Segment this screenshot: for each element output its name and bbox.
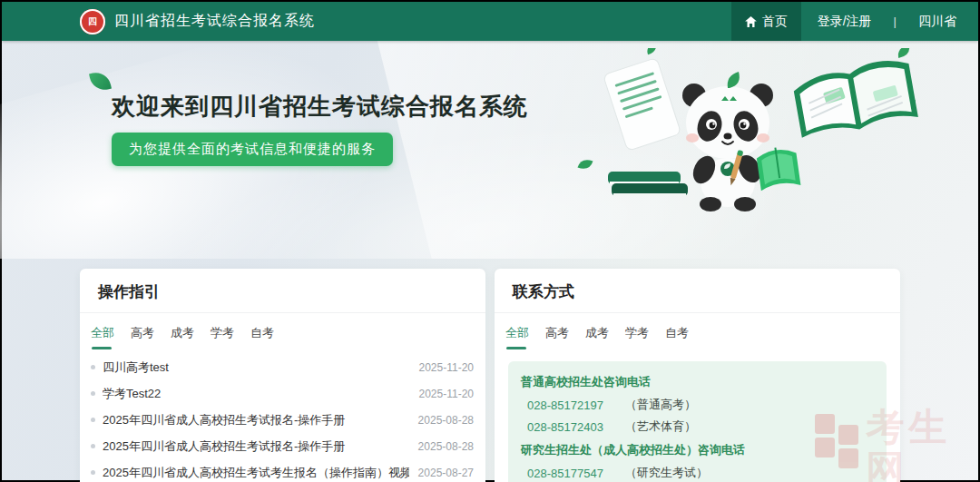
- contact-phone: 028-85172197: [527, 398, 625, 412]
- page: 四 四川省招生考试综合报名系统 首页 登录/注册 | 四川省 欢迎来到四川省招生…: [0, 0, 980, 482]
- nav-region-selector[interactable]: 四川省: [902, 2, 978, 41]
- contact-card: 联系方式 全部高考成考学考自考 普通高校招生处咨询电话 028-85172197…: [495, 269, 900, 482]
- guide-list-item[interactable]: 2025年四川省成人高校招生考试考生报名（操作指南）视频 2025-08-27: [91, 459, 474, 482]
- contact-tab[interactable]: 高考: [545, 325, 569, 349]
- hero-title: 欢迎来到四川省招生考试综合报名系统: [112, 91, 528, 123]
- bullet-icon: [91, 470, 95, 475]
- contact-panel: 普通高校招生处咨询电话 028-85172197 （普通高考） 028-8517…: [508, 361, 887, 482]
- guide-tab[interactable]: 成考: [171, 325, 194, 349]
- contact-tab[interactable]: 全部: [505, 325, 529, 349]
- site-logo-icon: 四: [80, 9, 105, 34]
- contact-entry: 028-85172197 （普通高考）: [521, 394, 874, 416]
- guide-tab[interactable]: 全部: [91, 325, 114, 349]
- guide-list-item[interactable]: 四川高考test 2025-11-20: [91, 354, 474, 380]
- nav-home[interactable]: 首页: [731, 2, 801, 41]
- header-nav: 首页 登录/注册 | 四川省: [731, 2, 978, 41]
- guide-list: 四川高考test 2025-11-20 学考Test22 2025-11-20 …: [80, 349, 485, 482]
- guide-item-date: 2025-08-28: [418, 414, 474, 427]
- guide-tabs: 全部高考成考学考自考: [80, 313, 485, 349]
- bullet-icon: [91, 418, 95, 422]
- hero-banner: 欢迎来到四川省招生考试综合报名系统 为您提供全面的考试信息和便捷的服务: [0, 41, 980, 259]
- nav-separator: |: [888, 15, 902, 28]
- bullet-icon: [91, 391, 95, 396]
- guide-item-date: 2025-11-20: [419, 388, 475, 400]
- content-cards: 操作指引 全部高考成考学考自考 四川高考test 2025-11-20 学考Te…: [80, 269, 901, 482]
- home-icon: [745, 16, 757, 27]
- nav-login-register[interactable]: 登录/注册: [801, 2, 888, 41]
- contact-tab[interactable]: 自考: [665, 325, 689, 349]
- contact-tab[interactable]: 成考: [585, 325, 609, 349]
- top-header: 四 四川省招生考试综合报名系统 首页 登录/注册 | 四川省: [2, 2, 978, 41]
- guide-list-item[interactable]: 2025年四川省成人高校招生考试报名-操作手册 2025-08-28: [91, 407, 474, 433]
- nav-home-label: 首页: [762, 14, 788, 30]
- contact-phone: 028-85172403: [527, 420, 625, 434]
- contact-group1-header: 普通高校招生处咨询电话: [521, 369, 874, 394]
- contact-label: （普通高考）: [625, 397, 696, 413]
- contact-group2-header: 研究生招生处（成人高校招生处）咨询电话: [521, 438, 874, 462]
- guide-tab[interactable]: 高考: [131, 325, 154, 349]
- contact-tabs: 全部高考成考学考自考: [495, 313, 900, 349]
- contact-label: （研究生考试）: [625, 465, 708, 481]
- guide-list-item[interactable]: 学考Test22 2025-11-20: [91, 380, 474, 407]
- contact-card-title: 联系方式: [495, 269, 900, 313]
- floating-paper: [599, 48, 685, 151]
- site-title: 四川省招生考试综合报名系统: [114, 12, 315, 31]
- guide-card: 操作指引 全部高考成考学考自考 四川高考test 2025-11-20 学考Te…: [80, 269, 485, 482]
- guide-item-title: 2025年四川省成人高校招生考试报名-操作手册: [103, 438, 409, 455]
- guide-tab[interactable]: 自考: [250, 325, 274, 349]
- bullet-icon: [91, 365, 95, 369]
- guide-tab[interactable]: 学考: [211, 325, 234, 349]
- site-logo-glyph: 四: [88, 17, 97, 26]
- contact-entry: 028-85177547 （研究生考试）: [521, 462, 874, 482]
- stacked-books: [608, 172, 688, 196]
- guide-item-title: 2025年四川省成人高校招生考试考生报名（操作指南）视频: [103, 465, 409, 481]
- contact-group1-entries: 028-85172197 （普通高考） 028-85172403 （艺术体育）: [521, 394, 874, 438]
- guide-card-title: 操作指引: [80, 269, 485, 313]
- guide-list-item[interactable]: 2025年四川省成人高校招生考试报名-操作手册 2025-08-28: [91, 433, 474, 459]
- panda: [682, 72, 800, 211]
- panda-mascot-illustration: [555, 48, 918, 216]
- guide-item-date: 2025-08-28: [418, 440, 474, 453]
- guide-item-title: 2025年四川省成人高校招生考试报名-操作手册: [103, 412, 409, 428]
- bullet-icon: [91, 444, 95, 448]
- guide-item-title: 四川高考test: [103, 359, 410, 376]
- contact-entry: 028-85172403 （艺术体育）: [521, 416, 874, 438]
- green-book: [756, 144, 801, 191]
- contact-tab[interactable]: 学考: [625, 325, 649, 349]
- guide-item-date: 2025-08-27: [418, 467, 474, 479]
- open-book: [789, 48, 918, 140]
- guide-item-title: 学考Test22: [103, 386, 410, 402]
- hero-tagline-button[interactable]: 为您提供全面的考试信息和便捷的服务: [112, 133, 393, 166]
- contact-label: （艺术体育）: [625, 418, 696, 435]
- guide-item-date: 2025-11-20: [419, 361, 475, 374]
- contact-phone: 028-85177547: [527, 467, 625, 480]
- contact-group2-entries: 028-85177547 （研究生考试） 028-85177943 （成人高考）…: [521, 462, 874, 482]
